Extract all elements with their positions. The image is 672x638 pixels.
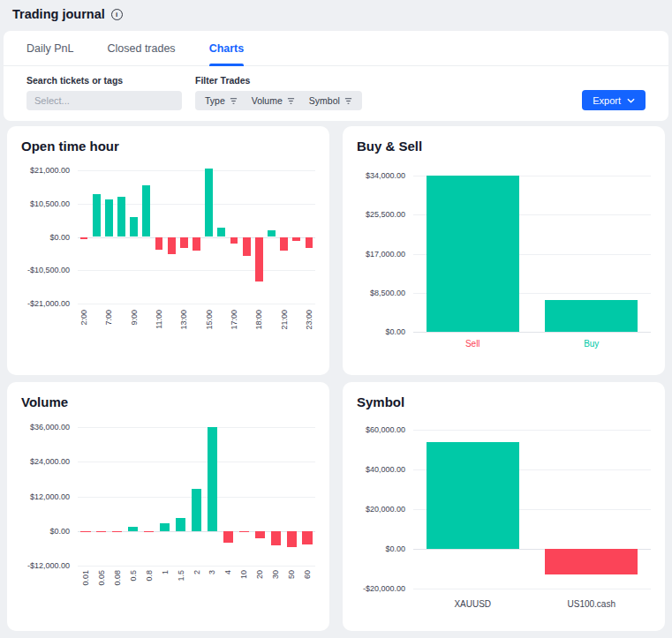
bar-0.5 — [128, 527, 138, 531]
filter-chip-volume[interactable]: Volume — [245, 95, 302, 106]
info-icon[interactable]: i — [111, 9, 123, 20]
search-label: Search tickets or tags — [26, 75, 182, 86]
x-axis: 2:007:009:0011:0013:0015:0017:0018:0021:… — [78, 310, 315, 356]
x-tick-label: 17:00 — [230, 310, 238, 354]
x-tick-label: 60 — [303, 570, 312, 614]
gridline — [78, 270, 315, 271]
chart-card-symbol: Symbol $60,000.00$40,000.00$20,000.00$0.… — [343, 382, 665, 631]
x-tick-label: Buy — [539, 339, 645, 349]
plot-area — [78, 420, 315, 570]
bar-15:00 — [205, 169, 213, 236]
chip-label: Type — [205, 95, 225, 106]
chart-card-volume: Volume $36,000.00$24,000.00$12,000.00$0.… — [7, 382, 329, 631]
y-tick-label: -$21,000.00 — [27, 299, 70, 308]
tab-charts[interactable]: Charts — [209, 31, 245, 65]
x-tick-label: 7:00 — [104, 310, 113, 354]
filter-chip-symbol[interactable]: Symbol — [302, 95, 359, 106]
y-tick-label: $17,000.00 — [366, 250, 405, 259]
y-tick-label: -$12,000.00 — [27, 561, 70, 570]
gridline — [78, 170, 315, 171]
bar-0.08 — [112, 531, 122, 533]
x-tick-label: 0.5 — [129, 570, 138, 614]
tab-closed-trades[interactable]: Closed trades — [108, 31, 176, 65]
x-tick-label: 1 — [161, 570, 170, 614]
gridline — [413, 589, 651, 589]
gridline — [78, 427, 315, 428]
bar-11:00 — [155, 237, 163, 250]
trading-journal-page: Trading journal i Daily PnL Closed trade… — [0, 0, 672, 638]
x-tick-label: 0.08 — [113, 570, 122, 614]
chevron-down-icon — [627, 98, 635, 103]
x-tick-label: 0.8 — [145, 570, 154, 614]
top-panel: Daily PnL Closed trades Charts Search ti… — [4, 31, 668, 121]
x-tick-label: 15:00 — [205, 310, 214, 354]
bar-30 — [271, 531, 281, 545]
open-time-hour-chart: $21,000.00$10,500.00$0.00-$10,500.00-$21… — [21, 164, 315, 356]
y-tick-label: $24,000.00 — [30, 457, 70, 466]
bar-0.8 — [144, 531, 154, 533]
filter-trades-label: Filter Trades — [195, 75, 362, 86]
chart-title: Open time hour — [21, 139, 315, 154]
x-tick-label: 0.01 — [81, 570, 90, 614]
bar-13 — [243, 237, 251, 257]
chart-card-open-time-hour: Open time hour $21,000.00$10,500.00$0.00… — [7, 126, 329, 375]
bar-7 — [168, 237, 176, 255]
filter-icon — [230, 97, 238, 105]
filter-icon — [344, 97, 352, 105]
y-tick-label: $40,000.00 — [366, 465, 405, 474]
y-axis: $34,000.00$25,500.00$17,000.00$8,500.00$… — [357, 164, 413, 332]
filter-bar: Search tickets or tags Select... Filter … — [4, 66, 668, 121]
bar-15 — [268, 230, 276, 236]
chart-title: Buy & Sell — [357, 139, 651, 154]
bar-US100.cash — [545, 549, 638, 574]
symbol-chart: $60,000.00$40,000.00$20,000.00$0.00-$20,… — [357, 420, 651, 612]
x-tick-label: 30 — [271, 570, 280, 614]
y-tick-label: $36,000.00 — [30, 423, 70, 432]
filter-chip-type[interactable]: Type — [198, 95, 245, 106]
x-tick-label: 50 — [287, 570, 296, 614]
bar-5 — [142, 185, 150, 236]
x-tick-label: 23:00 — [305, 310, 313, 354]
y-tick-label: $21,000.00 — [30, 166, 70, 175]
y-tick-label: $10,500.00 — [30, 199, 70, 208]
chart-title: Volume — [21, 394, 315, 409]
bar-17:00 — [230, 237, 238, 244]
bar-11 — [217, 228, 225, 237]
export-label: Export — [593, 95, 621, 106]
tab-daily-pnl[interactable]: Daily PnL — [26, 31, 74, 65]
x-axis: 0.010.050.080.50.811.52341020305060 — [78, 570, 315, 612]
chip-label: Volume — [252, 95, 283, 106]
x-tick-label: 9:00 — [130, 310, 139, 354]
x-tick-label: US100.cash — [539, 599, 645, 609]
bar-13:00 — [180, 237, 188, 249]
bar-XAUUSD — [427, 442, 519, 549]
gridline — [78, 204, 315, 205]
plot-area — [413, 420, 651, 592]
y-tick-label: $0.00 — [385, 544, 405, 553]
x-tick-label: 10 — [239, 570, 248, 614]
y-tick-label: -$20,000.00 — [363, 584, 405, 593]
y-tick-label: $0.00 — [385, 327, 405, 336]
x-axis: XAUUSDUS100.cash — [413, 592, 651, 612]
chart-card-buy-sell: Buy & Sell $34,000.00$25,500.00$17,000.0… — [343, 126, 665, 375]
search-group: Search tickets or tags Select... — [26, 75, 182, 110]
bar-60 — [302, 531, 312, 544]
page-header: Trading journal i — [0, 0, 672, 28]
y-tick-label: $34,000.00 — [366, 171, 405, 180]
bar-3 — [208, 427, 217, 531]
export-button[interactable]: Export — [582, 90, 646, 110]
bar-17 — [292, 237, 300, 241]
x-tick-label: Sell — [419, 339, 525, 349]
x-tick-label: XAUUSD — [419, 599, 525, 609]
search-select[interactable]: Select... — [26, 91, 182, 110]
y-axis: $21,000.00$10,500.00$0.00-$10,500.00-$21… — [21, 164, 78, 310]
x-tick-label: 3 — [208, 570, 216, 614]
bar-9:00 — [130, 217, 138, 236]
bar-3 — [117, 197, 125, 237]
bar-9 — [193, 237, 200, 251]
y-tick-label: $0.00 — [49, 527, 70, 536]
bar-50 — [287, 531, 297, 547]
y-tick-label: -$10,500.00 — [27, 266, 70, 274]
buy-sell-chart: $34,000.00$25,500.00$17,000.00$8,500.00$… — [357, 164, 651, 351]
x-tick-label: 2:00 — [79, 310, 88, 354]
